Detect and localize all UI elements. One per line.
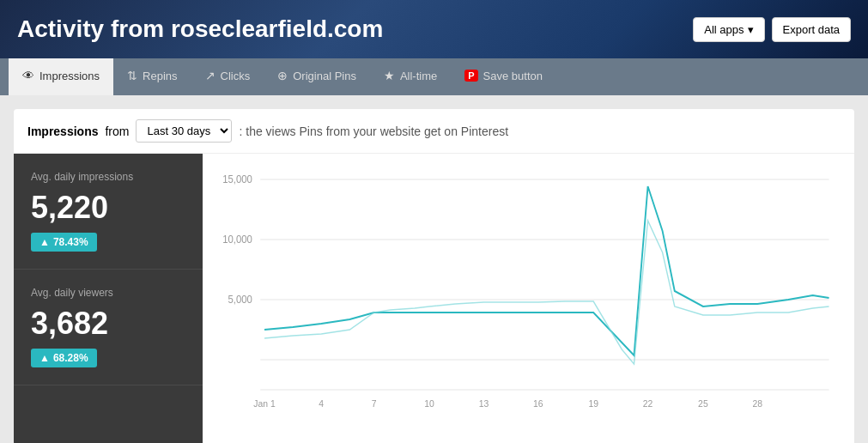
tab-save-button[interactable]: P Save button <box>451 59 556 95</box>
stat-daily-viewers: Avg. daily viewers 3,682 ▲ 68.28% <box>14 270 203 385</box>
tab-impressions[interactable]: 👁 Impressions <box>9 58 113 95</box>
tab-clicks-label: Clicks <box>221 70 251 82</box>
repins-icon: ⇅ <box>127 69 137 82</box>
stat-impressions-label: Avg. daily impressions <box>31 171 185 183</box>
svg-text:28: 28 <box>753 398 763 409</box>
tab-original-pins-label: Original Pins <box>293 70 356 82</box>
svg-text:10: 10 <box>424 398 434 409</box>
filter-metric-label: Impressions <box>27 124 98 138</box>
filter-bar: Impressions from Last 30 days Last 7 day… <box>14 109 854 154</box>
stats-sidebar: Avg. daily impressions 5,220 ▲ 78.43% Av… <box>14 154 203 443</box>
tab-all-time-label: All-time <box>400 70 437 82</box>
data-section: Avg. daily impressions 5,220 ▲ 78.43% Av… <box>14 154 854 443</box>
stat-viewers-badge: ▲ 68.28% <box>31 349 97 367</box>
export-data-button[interactable]: Export data <box>772 17 852 42</box>
stat-impressions-badge: ▲ 78.43% <box>31 233 97 252</box>
stat-viewers-label: Avg. daily viewers <box>31 287 185 299</box>
tab-repins[interactable]: ⇅ Repins <box>113 58 191 95</box>
eye-icon: 👁 <box>22 69 34 82</box>
tab-all-time[interactable]: ★ All-time <box>370 58 451 95</box>
tab-clicks[interactable]: ↗ Clicks <box>191 58 264 95</box>
filter-description: : the views Pins from your website get o… <box>239 124 508 138</box>
page-title: Activity from roseclearfield.com <box>17 15 383 43</box>
stat-viewers-percent: 68.28% <box>53 352 88 364</box>
stat-impressions-value: 5,220 <box>31 190 185 226</box>
nav-tabs: 👁 Impressions ⇅ Repins ↗ Clicks ⊕ Origin… <box>0 58 868 95</box>
tab-impressions-label: Impressions <box>39 70 100 82</box>
main-content: Impressions from Last 30 days Last 7 day… <box>0 95 868 443</box>
chart-area: 15,000 10,000 5,000 Jan 1 4 7 10 13 16 1… <box>203 154 854 443</box>
svg-text:5,000: 5,000 <box>228 294 252 305</box>
svg-text:19: 19 <box>588 398 598 409</box>
chart-container: 15,000 10,000 5,000 Jan 1 4 7 10 13 16 1… <box>220 162 837 420</box>
stat-viewers-value: 3,682 <box>31 306 185 342</box>
stat-impressions-percent: 78.43% <box>53 236 88 248</box>
svg-text:10,000: 10,000 <box>222 234 252 245</box>
stat-daily-impressions: Avg. daily impressions 5,220 ▲ 78.43% <box>14 154 203 270</box>
tab-save-button-label: Save button <box>483 70 543 82</box>
svg-text:4: 4 <box>319 398 324 409</box>
period-select[interactable]: Last 30 days Last 7 days Last 60 days <box>136 119 232 143</box>
svg-text:7: 7 <box>372 398 377 409</box>
all-apps-label: All apps <box>704 23 744 36</box>
chevron-down-icon: ▾ <box>748 23 754 36</box>
header-controls: All apps ▾ Export data <box>693 17 851 42</box>
pin-icon: ⊕ <box>277 69 288 82</box>
svg-text:13: 13 <box>479 398 489 409</box>
svg-text:16: 16 <box>533 398 543 409</box>
impressions-chart: 15,000 10,000 5,000 Jan 1 4 7 10 13 16 1… <box>220 162 837 420</box>
svg-text:15,000: 15,000 <box>222 173 252 185</box>
main-card: Impressions from Last 30 days Last 7 day… <box>14 109 854 443</box>
filter-from-label: from <box>105 124 129 138</box>
tab-original-pins[interactable]: ⊕ Original Pins <box>264 58 370 95</box>
arrow-up-icon-2: ▲ <box>39 352 50 364</box>
arrow-up-icon: ▲ <box>39 236 50 248</box>
clicks-icon: ↗ <box>205 69 215 82</box>
all-apps-button[interactable]: All apps ▾ <box>693 17 764 42</box>
pinterest-icon: P <box>464 70 477 82</box>
star-icon: ★ <box>384 69 395 82</box>
svg-text:22: 22 <box>643 398 653 409</box>
tab-repins-label: Repins <box>143 70 177 82</box>
svg-text:25: 25 <box>698 398 708 409</box>
svg-text:Jan 1: Jan 1 <box>253 398 275 409</box>
header: Activity from roseclearfield.com All app… <box>0 0 868 58</box>
